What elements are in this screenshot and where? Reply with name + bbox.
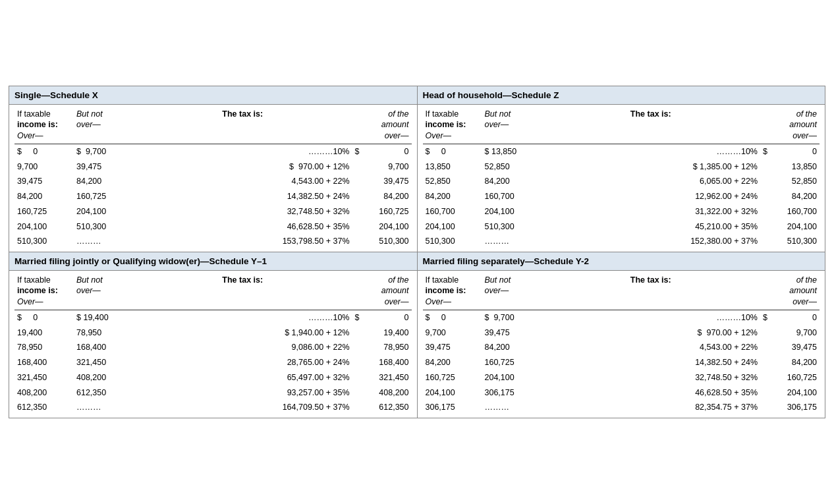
cell-col3: 152,380.00 + 37% — [542, 235, 761, 248]
cell-col1: 84,200 — [14, 190, 74, 204]
cell-col2: 84,200 — [482, 341, 542, 354]
cell-col3: ………10% — [542, 311, 761, 325]
col1-label: If taxable income is: Over— — [14, 107, 74, 142]
cell-col4: 306,175 — [760, 401, 820, 414]
cell-col4: $0 — [760, 145, 820, 159]
table-row: 78,950 168,400 9,086.00 + 22% 78,950 — [14, 340, 412, 355]
cell-col4: 510,300 — [760, 235, 820, 248]
cell-col4: 84,200 — [760, 190, 820, 204]
cell-col4: $0 — [352, 145, 412, 159]
cell-col3: 32,748.50 + 32% — [133, 205, 352, 219]
table-row: 160,700 204,100 31,322.00 + 32% 160,700 — [423, 204, 820, 219]
cell-col4: $0 — [760, 311, 820, 325]
cell-col2: 160,725 — [74, 190, 133, 204]
cell-col1: 84,200 — [423, 356, 482, 370]
col3-label: The tax is: — [133, 107, 352, 142]
cell-col3: 65,497.00 + 32% — [133, 371, 352, 385]
schedule-y1-col-headers: If taxable income is: Over— But not over… — [9, 271, 417, 308]
schedule-y1-rows: $ 0 $ 19,400 ………10% $0 19,400 78,950 $ 1… — [9, 310, 417, 418]
cell-col4: 39,475 — [352, 175, 412, 188]
table-row: 13,850 52,850 $ 1,385.00 + 12% 13,850 — [423, 159, 820, 175]
table-row: 612,350 ……… 164,709.50 + 37% 612,350 — [14, 400, 412, 415]
cell-col2: 160,700 — [482, 190, 542, 204]
table-row: 204,100 510,300 46,628.50 + 35% 204,100 — [14, 219, 412, 235]
col4-label: of the amount over— — [760, 273, 820, 308]
col1-label: If taxable income is: Over— — [14, 273, 74, 308]
cell-col1: 510,300 — [14, 235, 74, 248]
col1-label: If taxable income is: Over— — [423, 107, 482, 142]
schedule-z-header: Head of household—Schedule Z — [418, 86, 825, 105]
cell-col3: 153,798.50 + 37% — [133, 235, 352, 248]
col2-label: But not over— — [482, 107, 542, 142]
cell-col3: 164,709.50 + 37% — [133, 401, 352, 414]
cell-col1: 52,850 — [423, 175, 482, 188]
cell-col4: 204,100 — [760, 220, 820, 234]
cell-col3: $ 970.00 + 12% — [542, 326, 761, 340]
col4-label: of the amount over— — [352, 273, 412, 308]
cell-col2: $ 9,700 — [74, 145, 133, 159]
cell-col4: 168,400 — [352, 356, 412, 370]
cell-col1: $ 0 — [14, 145, 74, 159]
table-row: 19,400 78,950 $ 1,940.00 + 12% 19,400 — [14, 325, 412, 341]
cell-col3: $ 970.00 + 12% — [133, 160, 352, 174]
cell-col1: 84,200 — [423, 190, 482, 204]
cell-col1: 204,100 — [423, 386, 482, 400]
cell-col1: 168,400 — [14, 356, 74, 370]
cell-col4: 84,200 — [352, 190, 412, 204]
cell-col4: 612,350 — [352, 401, 412, 414]
schedule-z-col-headers: If taxable income is: Over— But not over… — [418, 105, 825, 142]
table-row: 84,200 160,725 14,382.50 + 24% 84,200 — [14, 189, 412, 204]
cell-col1: 612,350 — [14, 401, 74, 414]
cell-col4: 321,450 — [352, 371, 412, 385]
cell-col4: 160,700 — [760, 205, 820, 219]
col3-label: The tax is: — [133, 273, 352, 308]
cell-col1: 204,100 — [423, 220, 482, 234]
cell-col4: 204,100 — [352, 220, 412, 234]
table-row: $ 0 $ 13,850 ………10% $0 — [423, 144, 820, 159]
schedule-x-cell: Single—Schedule X If taxable income is: … — [9, 86, 418, 252]
table-row: 84,200 160,725 14,382.50 + 24% 84,200 — [423, 355, 820, 370]
cell-col1: $ 0 — [423, 145, 482, 159]
cell-col4: 510,300 — [352, 235, 412, 248]
cell-col1: 19,400 — [14, 326, 74, 340]
cell-col3: ………10% — [133, 311, 352, 325]
schedule-z-rows: $ 0 $ 13,850 ………10% $0 13,850 52,850 $ 1… — [418, 144, 825, 252]
table-row: 510,300 ……… 153,798.50 + 37% 510,300 — [14, 234, 412, 249]
table-row: 39,475 84,200 4,543.00 + 22% 39,475 — [423, 340, 820, 355]
cell-col2: 612,350 — [74, 386, 133, 400]
cell-col2: $ 13,850 — [482, 145, 542, 159]
cell-col1: 160,700 — [423, 205, 482, 219]
cell-col3: 45,210.00 + 35% — [542, 220, 761, 234]
cell-col2: 84,200 — [482, 175, 542, 188]
table-row: 39,475 84,200 4,543.00 + 22% 39,475 — [14, 174, 412, 189]
table-row: 204,100 306,175 46,628.50 + 35% 204,100 — [423, 385, 820, 401]
table-row: $ 0 $ 9,700 ………10% $0 — [14, 144, 412, 159]
col3-label: The tax is: — [542, 273, 761, 308]
cell-col3: 46,628.50 + 35% — [542, 386, 761, 400]
cell-col1: 39,475 — [423, 341, 482, 354]
col2-label: But not over— — [74, 273, 133, 308]
schedule-x-col-headers: If taxable income is: Over— But not over… — [9, 105, 417, 142]
cell-col1: $ 0 — [423, 311, 482, 325]
cell-col1: 306,175 — [423, 401, 482, 414]
cell-col2: 321,450 — [74, 356, 133, 370]
cell-col4: 52,850 — [760, 175, 820, 188]
table-row: $ 0 $ 19,400 ………10% $0 — [14, 310, 412, 325]
cell-col2: 204,100 — [482, 205, 542, 219]
cell-col4: 19,400 — [352, 326, 412, 340]
cell-col1: 160,725 — [14, 205, 74, 219]
cell-col4: 204,100 — [760, 386, 820, 400]
schedule-y1-cell: Married filing jointly or Qualifying wid… — [9, 252, 418, 418]
cell-col2: ……… — [482, 235, 542, 248]
schedule-z-cell: Head of household—Schedule Z If taxable … — [417, 86, 825, 252]
cell-col2: 510,300 — [74, 220, 133, 234]
cell-col3: 6,065.00 + 22% — [542, 175, 761, 188]
cell-col2: 52,850 — [482, 160, 542, 174]
cell-col3: ………10% — [542, 145, 761, 159]
cell-col4: 78,950 — [352, 341, 412, 354]
cell-col2: 39,475 — [482, 326, 542, 340]
cell-col2: ……… — [74, 235, 133, 248]
cell-col2: 160,725 — [482, 356, 542, 370]
table-row: $ 0 $ 9,700 ………10% $0 — [423, 310, 820, 325]
cell-col3: $ 1,940.00 + 12% — [133, 326, 352, 340]
